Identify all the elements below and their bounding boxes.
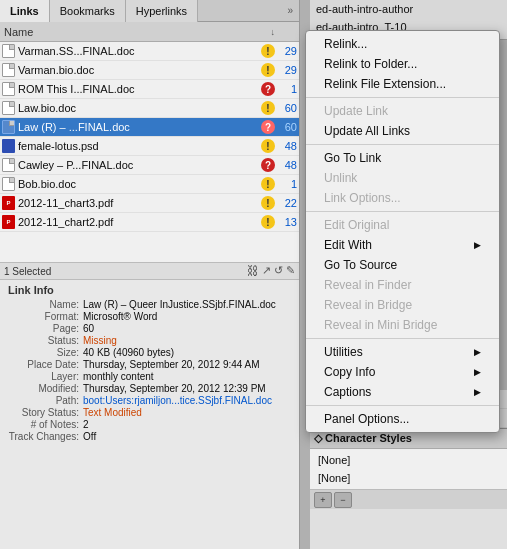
tabs-bar: Links Bookmarks Hyperlinks » [0, 0, 299, 22]
context-menu: Relink... Relink to Folder... Relink Fil… [305, 30, 500, 433]
new-style-button[interactable]: + [314, 492, 332, 508]
info-value: 40 KB (40960 bytes) [83, 347, 291, 358]
info-value: Off [83, 431, 291, 442]
menu-item-relink-folder[interactable]: Relink to Folder... [306, 54, 499, 74]
menu-item-link-options: Link Options... [306, 188, 499, 208]
info-value-path[interactable]: boot:Users:rjamiljon...tice.SSjbf.FINAL.… [83, 395, 291, 406]
doc-icon [2, 101, 15, 115]
menu-item-reveal-bridge: Reveal in Bridge [306, 295, 499, 315]
info-row-format: Format: Microsoft® Word [8, 311, 291, 322]
table-row[interactable]: Varman.SS...FINAL.doc ! 29 [0, 42, 299, 61]
selected-count-bar: 1 Selected ⛓ ↗ ↺ ✎ [0, 262, 299, 280]
tab-hyperlinks[interactable]: Hyperlinks [126, 0, 198, 22]
chain-icon[interactable]: ⛓ [247, 264, 259, 278]
table-row[interactable]: Cawley – P...FINAL.doc ? 48 [0, 156, 299, 175]
table-row[interactable]: ROM This I...FINAL.doc ? 1 [0, 80, 299, 99]
menu-item-go-to-source[interactable]: Go To Source [306, 255, 499, 275]
status-err-icon: ? [261, 82, 275, 96]
char-style-item-0[interactable]: [None] [310, 451, 507, 469]
pdf-icon: P [2, 215, 15, 229]
info-label: Name: [8, 299, 83, 310]
page-number[interactable]: 60 [277, 102, 297, 114]
refresh-icon[interactable]: ↺ [274, 264, 283, 278]
status-err-icon: ? [261, 120, 275, 134]
delete-style-button[interactable]: − [334, 492, 352, 508]
links-panel: Links Bookmarks Hyperlinks » Name ↓ Varm… [0, 0, 300, 549]
page-number[interactable]: 48 [277, 140, 297, 152]
menu-item-panel-options[interactable]: Panel Options... [306, 409, 499, 429]
info-label: Status: [8, 335, 83, 346]
status-warn-icon: ! [261, 177, 275, 191]
menu-separator [306, 97, 499, 98]
info-value: monthly content [83, 371, 291, 382]
char-styles-title: ◇ Character Styles [314, 432, 503, 445]
page-number[interactable]: 29 [277, 64, 297, 76]
info-label: Format: [8, 311, 83, 322]
info-row-size: Size: 40 KB (40960 bytes) [8, 347, 291, 358]
status-warn-icon: ! [261, 101, 275, 115]
menu-item-go-to-link[interactable]: Go To Link [306, 148, 499, 168]
tab-bookmarks[interactable]: Bookmarks [50, 0, 126, 22]
table-row[interactable]: Bob.bio.doc ! 1 [0, 175, 299, 194]
table-row[interactable]: Law.bio.doc ! 60 [0, 99, 299, 118]
file-name: 2012-11_chart3.pdf [18, 197, 259, 209]
toolbar-icons: ⛓ ↗ ↺ ✎ [247, 264, 295, 278]
menu-item-relink[interactable]: Relink... [306, 34, 499, 54]
info-label: # of Notes: [8, 419, 83, 430]
info-value: 60 [83, 323, 291, 334]
arrow-icon[interactable]: ↗ [262, 264, 271, 278]
file-name: ROM This I...FINAL.doc [18, 83, 259, 95]
info-value-story-status: Text Modified [83, 407, 291, 418]
file-name: female-lotus.psd [18, 140, 259, 152]
table-row[interactable]: Varman.bio.doc ! 29 [0, 61, 299, 80]
file-name: Bob.bio.doc [18, 178, 259, 190]
menu-item-edit-original: Edit Original [306, 215, 499, 235]
page-number[interactable]: 1 [277, 83, 297, 95]
info-value: Law (R) – Queer InJustice.SSjbf.FINAL.do… [83, 299, 291, 310]
info-value: Microsoft® Word [83, 311, 291, 322]
table-row[interactable]: P 2012-11_chart3.pdf ! 22 [0, 194, 299, 213]
table-row[interactable]: Law (R) – ...FINAL.doc ? 60 [0, 118, 299, 137]
menu-separator [306, 405, 499, 406]
status-warn-icon: ! [261, 44, 275, 58]
file-name: Cawley – P...FINAL.doc [18, 159, 259, 171]
page-number[interactable]: 60 [277, 121, 297, 133]
auth-item-0[interactable]: ed-auth-intro-author [310, 0, 507, 18]
table-row[interactable]: female-lotus.psd ! 48 [0, 137, 299, 156]
menu-item-reveal-mini-bridge: Reveal in Mini Bridge [306, 315, 499, 335]
doc-icon [2, 120, 15, 134]
menu-item-relink-ext[interactable]: Relink File Extension... [306, 74, 499, 94]
tab-links[interactable]: Links [0, 0, 50, 22]
char-style-item-1[interactable]: [None] [310, 469, 507, 487]
page-number[interactable]: 48 [277, 159, 297, 171]
table-row[interactable]: P 2012-11_chart2.pdf ! 13 [0, 213, 299, 232]
info-row-name: Name: Law (R) – Queer InJustice.SSjbf.FI… [8, 299, 291, 310]
menu-item-edit-with[interactable]: Edit With [306, 235, 499, 255]
doc-icon [2, 63, 15, 77]
page-number[interactable]: 29 [277, 45, 297, 57]
menu-item-captions[interactable]: Captions [306, 382, 499, 402]
doc-icon [2, 158, 15, 172]
file-name: 2012-11_chart2.pdf [18, 216, 259, 228]
menu-item-update-all[interactable]: Update All Links [306, 121, 499, 141]
status-warn-icon: ! [261, 215, 275, 229]
menu-item-utilities[interactable]: Utilities [306, 342, 499, 362]
info-row-path: Path: boot:Users:rjamiljon...tice.SSjbf.… [8, 395, 291, 406]
info-label: Page: [8, 323, 83, 334]
menu-item-unlink: Unlink [306, 168, 499, 188]
status-warn-icon: ! [261, 139, 275, 153]
file-name: Varman.bio.doc [18, 64, 259, 76]
page-number[interactable]: 13 [277, 216, 297, 228]
char-styles-toolbar: + − [310, 489, 507, 509]
info-row-status: Status: Missing [8, 335, 291, 346]
menu-item-copy-info[interactable]: Copy Info [306, 362, 499, 382]
tabs-overflow-arrow[interactable]: » [281, 5, 299, 16]
page-number[interactable]: 1 [277, 178, 297, 190]
name-column-header[interactable]: Name [4, 26, 269, 38]
edit-icon[interactable]: ✎ [286, 264, 295, 278]
page-number[interactable]: 22 [277, 197, 297, 209]
psd-icon [2, 139, 15, 153]
menu-separator [306, 338, 499, 339]
status-warn-icon: ! [261, 196, 275, 210]
info-row-story-status: Story Status: Text Modified [8, 407, 291, 418]
